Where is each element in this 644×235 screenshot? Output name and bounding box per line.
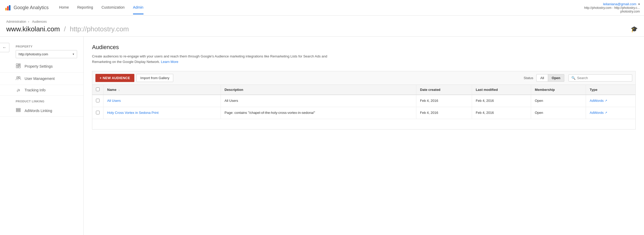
breadcrumb-audiences: Audiences (32, 20, 47, 24)
row1-external-link-icon: ↗ (605, 99, 607, 102)
adwords-linking-icon (16, 108, 21, 113)
property-dropdown-arrow: ▾ (73, 52, 74, 56)
row1-description-cell: All Users (221, 95, 416, 107)
ga-logo-icon (4, 4, 12, 11)
row2-last-modified-cell: Feb 4, 2016 (472, 107, 531, 119)
property-settings-label: Property Settings (25, 64, 53, 68)
sidebar-property-section: PROPERTY http://photostry.com ▾ (0, 45, 83, 58)
user-management-icon (16, 76, 21, 81)
sidebar-back-button[interactable]: ← (0, 43, 9, 52)
tracking-info-label: Tracking Info (25, 88, 45, 92)
row1-checkbox-cell (92, 95, 104, 107)
audiences-toolbar: + NEW AUDIENCE Import from Gallery Statu… (92, 71, 636, 85)
page-title-separator: / (64, 25, 66, 33)
row2-membership-cell: Open (531, 107, 586, 119)
table-row: All Users All Users Feb 4, 2016 Feb 4, 2… (92, 95, 636, 107)
row2-type-link[interactable]: AdWords ↗ (590, 111, 632, 115)
col-header-last-modified: Last modified (472, 85, 531, 95)
status-label: Status (524, 76, 533, 80)
search-icon: 🔍 (571, 76, 576, 80)
property-value: http://photostry.com (19, 52, 48, 56)
svg-point-8 (17, 77, 18, 78)
status-all-button[interactable]: All (536, 74, 548, 82)
page-header: Administration › Audiences www.kikolani.… (0, 16, 644, 37)
row1-type-cell: AdWords ↗ (586, 95, 636, 107)
col-header-checkbox (92, 85, 104, 95)
grad-cap-icon: 🎓 (631, 26, 638, 33)
new-audience-button[interactable]: + NEW AUDIENCE (95, 74, 134, 82)
row2-checkbox-cell (92, 107, 104, 119)
property-settings-icon (16, 63, 21, 69)
sidebar-item-user-management[interactable]: User Management (0, 73, 83, 85)
logo-text: Google Analytics (14, 5, 49, 10)
table-body: All Users All Users Feb 4, 2016 Feb 4, 2… (92, 95, 636, 130)
import-from-gallery-button[interactable]: Import from Gallery (136, 74, 173, 82)
table-header: Name ↓ Description Date created Last mod… (92, 85, 636, 95)
row2-name-link[interactable]: Holy Cross Vortex in Sedona Print (107, 111, 159, 115)
nav-links: Home Reporting Customization Admin (59, 5, 584, 10)
product-linking-label: PRODUCT LINKING (0, 96, 83, 105)
breadcrumb-separator: › (28, 20, 30, 24)
row1-date-created-cell: Feb 4, 2016 (416, 95, 472, 107)
col-header-name: Name ↓ (104, 85, 221, 95)
row1-membership-cell: Open (531, 95, 586, 107)
status-open-button[interactable]: Open (548, 74, 564, 82)
main-layout: ← PROPERTY http://photostry.com ▾ Proper… (0, 37, 644, 235)
user-dropdown-arrow[interactable]: ▾ (638, 2, 640, 6)
table-row: Holy Cross Vortex in Sedona Print Page: … (92, 107, 636, 119)
select-all-checkbox[interactable] (96, 87, 100, 91)
sidebar-item-property-settings[interactable]: Property Settings (0, 60, 83, 73)
tracking-info-icon: .js (16, 88, 21, 92)
empty-cell (92, 119, 636, 129)
name-sort-arrow[interactable]: ↓ (118, 88, 120, 91)
audiences-table: Name ↓ Description Date created Last mod… (92, 85, 636, 130)
svg-rect-2 (9, 5, 10, 10)
svg-rect-12 (16, 111, 20, 112)
col-header-type: Type (586, 85, 636, 95)
empty-row (92, 119, 636, 129)
row1-type-link[interactable]: AdWords ↗ (590, 99, 632, 103)
nav-admin[interactable]: Admin (133, 5, 143, 14)
top-navigation: Google Analytics Home Reporting Customiz… (0, 0, 644, 16)
row1-last-modified-cell: Feb 4, 2016 (472, 95, 531, 107)
svg-rect-5 (18, 64, 20, 64)
nav-reporting[interactable]: Reporting (77, 5, 93, 10)
user-management-label: User Management (25, 77, 55, 81)
breadcrumb-admin[interactable]: Administration (6, 20, 26, 24)
search-box: 🔍 (568, 74, 632, 81)
user-info: leilaniana@gmail.com ▾ http://photostry.… (584, 2, 640, 13)
user-site: photostry.com (584, 10, 640, 13)
property-dropdown[interactable]: http://photostry.com ▾ (16, 50, 77, 58)
user-url: http://photostry.com - http://photostry.… (584, 6, 640, 10)
adwords-linking-label: AdWords Linking (25, 109, 52, 113)
col-header-description: Description (221, 85, 416, 95)
row1-name-link[interactable]: All Users (107, 99, 121, 103)
nav-home[interactable]: Home (59, 5, 69, 10)
svg-rect-3 (16, 64, 18, 66)
row2-description-cell: Page: contains "/chapel-of-the-holy-cros… (221, 107, 416, 119)
col-header-membership: Membership (531, 85, 586, 95)
svg-rect-4 (16, 66, 18, 68)
sidebar-item-tracking-info[interactable]: .js Tracking Info (0, 85, 83, 96)
svg-point-9 (19, 77, 20, 78)
user-email[interactable]: leilaniana@gmail.com (603, 2, 636, 6)
row1-checkbox[interactable] (96, 99, 100, 102)
sidebar: ← PROPERTY http://photostry.com ▾ Proper… (0, 37, 84, 235)
svg-rect-0 (5, 8, 7, 10)
svg-rect-6 (18, 65, 20, 66)
row2-checkbox[interactable] (96, 111, 100, 114)
nav-customization[interactable]: Customization (101, 5, 125, 10)
page-title-main: www.kikolani.com (6, 25, 60, 33)
property-label: PROPERTY (16, 45, 77, 48)
sidebar-item-adwords-linking[interactable]: AdWords Linking (0, 105, 83, 117)
content-area: Audiences Create audiences to re-engage … (84, 37, 644, 235)
page-title-row: www.kikolani.com / http://photostry.com … (6, 25, 638, 33)
logo-area: Google Analytics (4, 4, 49, 11)
col-header-date-created: Date created (416, 85, 472, 95)
learn-more-link[interactable]: Learn More (161, 60, 178, 64)
row2-date-created-cell: Feb 4, 2016 (416, 107, 472, 119)
status-button-group: All Open (536, 74, 564, 82)
row2-name-cell: Holy Cross Vortex in Sedona Print (104, 107, 221, 119)
page-title-secondary: http://photostry.com (70, 25, 129, 33)
search-input[interactable] (577, 76, 629, 80)
